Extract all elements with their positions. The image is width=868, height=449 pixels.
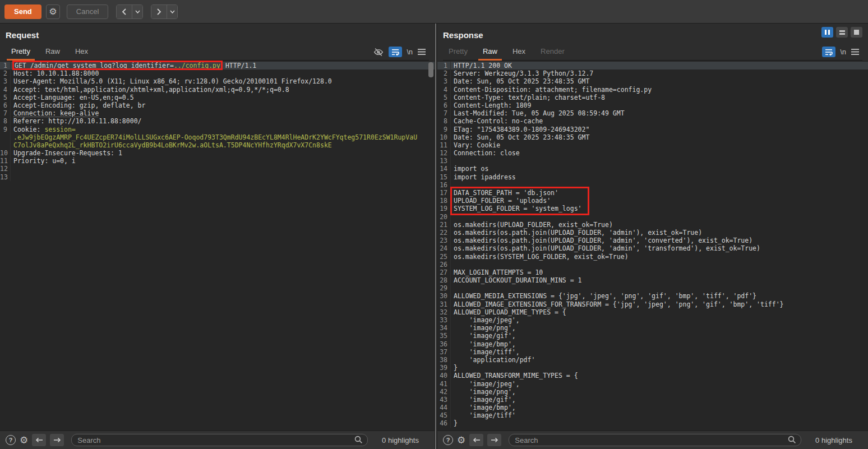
help-icon[interactable]: ? <box>6 435 16 445</box>
code-line[interactable]: 16 <box>437 181 868 189</box>
code-line[interactable]: 35 'image/gif', <box>437 332 868 340</box>
newline-icon[interactable]: \n <box>841 48 846 56</box>
code-line[interactable]: C7olJv8aPeQxhq2L_rkHBTO2irU6ccaVydB9b4Lo… <box>0 141 435 149</box>
code-line[interactable]: 8Referer: http://10.10.11.88:8000/ <box>0 117 435 125</box>
code-line[interactable]: 20 <box>437 213 868 221</box>
code-line[interactable]: 3Date: Sun, 05 Oct 2025 23:48:35 GMT <box>437 77 868 85</box>
code-line[interactable]: 43 'image/gif', <box>437 396 868 404</box>
code-line[interactable]: 37 'image/tiff', <box>437 348 868 356</box>
history-forward-dropdown[interactable] <box>167 5 177 18</box>
code-line[interactable]: 4Content-Disposition: attachment; filena… <box>437 86 868 94</box>
request-search-input[interactable] <box>71 434 368 446</box>
code-line[interactable]: 7Connection: keep-alive <box>0 109 435 117</box>
code-line[interactable]: .eJw9jbEOgzAMRP_Fc4UEZcpER74iMolLLSUGxc6… <box>0 133 435 141</box>
response-tab-render[interactable]: Render <box>536 44 569 61</box>
code-line[interactable]: 3User-Agent: Mozilla/5.0 (X11; Linux x86… <box>0 77 435 85</box>
code-line[interactable]: 1GET /admin/get_system_log?log_identifie… <box>0 62 435 70</box>
code-line[interactable]: 40ALLOWED_TRANSFORM_MIME_TYPES = { <box>437 372 868 379</box>
magnifier-icon[interactable] <box>354 436 363 444</box>
code-line[interactable]: 12Connection: close <box>437 149 868 157</box>
code-line[interactable]: 31ALLOWED_IMAGE_EXTENSIONS_FOR_TRANSFORM… <box>437 300 868 308</box>
request-tab-hex[interactable]: Hex <box>71 44 93 61</box>
columns-layout-button[interactable] <box>821 27 833 38</box>
word-wrap-icon[interactable] <box>389 47 402 57</box>
magnifier-icon[interactable] <box>788 436 796 444</box>
search-prev-button[interactable] <box>469 434 483 446</box>
code-line[interactable]: 6Content-Length: 1809 <box>437 101 868 109</box>
code-line[interactable]: 39} <box>437 364 868 372</box>
code-line[interactable]: 10Date: Sun, 05 Oct 2025 23:48:35 GMT <box>437 133 868 141</box>
code-line[interactable]: 44 'image/bmp', <box>437 404 868 411</box>
search-next-button[interactable] <box>487 434 501 446</box>
code-line[interactable]: 42 'image/png', <box>437 388 868 396</box>
code-line[interactable]: 19SYSTEM_LOG_FOLDER = 'system_logs' <box>437 205 868 212</box>
menu-icon[interactable] <box>851 49 859 55</box>
code-line[interactable]: 27MAX_LOGIN_ATTEMPTS = 10 <box>437 269 868 276</box>
code-line[interactable]: 24os.makedirs(os.path.join(UPLOAD_FOLDER… <box>437 244 868 252</box>
code-line[interactable]: 2Server: Werkzeug/3.1.3 Python/3.12.7 <box>437 70 868 77</box>
response-tab-hex[interactable]: Hex <box>508 44 530 61</box>
request-editor[interactable]: 1GET /admin/get_system_log?log_identifie… <box>0 61 435 431</box>
code-line[interactable]: 5Content-Type: text/plain; charset=utf-8 <box>437 94 868 101</box>
search-settings-gear-icon[interactable]: ⚙ <box>20 436 28 445</box>
code-line[interactable]: 11Priority: u=0, i <box>0 157 435 165</box>
code-line[interactable]: 1HTTP/1.1 200 OK <box>437 62 868 70</box>
code-line[interactable]: 15import ipaddress <box>437 173 868 181</box>
code-line[interactable]: 30ALLOWED_MEDIA_EXTENSIONS = {'jpg', 'jp… <box>437 292 868 300</box>
code-line[interactable]: 33 'image/jpeg', <box>437 316 868 324</box>
code-line[interactable]: 45 'image/tiff' <box>437 411 868 419</box>
code-line[interactable]: 13 <box>0 173 435 181</box>
history-back-button[interactable] <box>117 5 132 18</box>
code-line[interactable]: 21os.makedirs(UPLOAD_FOLDER, exist_ok=Tr… <box>437 221 868 229</box>
code-line[interactable]: 29 <box>437 284 868 292</box>
code-line[interactable]: 28ACCOUNT_LOCKOUT_DURATION_MINS = 1 <box>437 276 868 284</box>
code-line[interactable]: 38 'application/pdf' <box>437 356 868 364</box>
code-line[interactable]: 14import os <box>437 165 868 173</box>
cancel-button[interactable]: Cancel <box>67 4 108 19</box>
code-line[interactable]: 12 <box>0 165 435 173</box>
request-scrollbar-thumb[interactable] <box>428 62 433 77</box>
code-line[interactable]: 41 'image/jpeg', <box>437 380 868 388</box>
code-line[interactable]: 17DATA_STORE_PATH = 'db.json' <box>437 189 868 197</box>
request-tab-pretty[interactable]: Pretty <box>7 44 35 61</box>
menu-icon[interactable] <box>418 49 426 55</box>
code-line[interactable]: 4Accept: text/html,application/xhtml+xml… <box>0 86 435 94</box>
code-line[interactable]: 7Last-Modified: Tue, 05 Aug 2025 08:59:4… <box>437 109 868 117</box>
code-line[interactable]: 10Upgrade-Insecure-Requests: 1 <box>0 149 435 157</box>
response-tab-raw[interactable]: Raw <box>478 44 502 61</box>
code-line[interactable]: 34 'image/png', <box>437 324 868 332</box>
newline-icon[interactable]: \n <box>407 48 413 56</box>
code-line[interactable]: 18UPLOAD_FOLDER = 'uploads' <box>437 197 868 205</box>
code-line[interactable]: 46} <box>437 419 868 427</box>
code-line[interactable]: 6Accept-Encoding: gzip, deflate, br <box>0 101 435 109</box>
code-line[interactable]: 25os.makedirs(SYSTEM_LOG_FOLDER, exist_o… <box>437 253 868 261</box>
code-line[interactable]: 2Host: 10.10.11.88:8000 <box>0 70 435 77</box>
search-prev-button[interactable] <box>32 434 46 446</box>
code-line[interactable]: 36 'image/bmp', <box>437 340 868 348</box>
code-line[interactable]: 9ETag: "1754384389.0-1809-246943202" <box>437 126 868 133</box>
help-icon[interactable]: ? <box>443 435 453 445</box>
code-line[interactable]: 5Accept-Language: en-US,en;q=0.5 <box>0 94 435 101</box>
code-line[interactable]: 13 <box>437 157 868 165</box>
response-search-input[interactable] <box>509 434 801 446</box>
code-line[interactable]: 23os.makedirs(os.path.join(UPLOAD_FOLDER… <box>437 237 868 244</box>
history-forward-button[interactable] <box>151 5 167 18</box>
code-line[interactable]: 8Cache-Control: no-cache <box>437 117 868 125</box>
search-next-button[interactable] <box>50 434 64 446</box>
search-settings-gear-icon[interactable]: ⚙ <box>457 436 465 445</box>
send-button[interactable]: Send <box>4 4 41 19</box>
single-layout-button[interactable] <box>851 27 862 38</box>
response-tab-pretty[interactable]: Pretty <box>444 44 472 61</box>
send-settings-button[interactable]: ⚙ <box>46 4 60 19</box>
response-editor[interactable]: 1HTTP/1.1 200 OK2Server: Werkzeug/3.1.3 … <box>437 61 868 431</box>
rows-layout-button[interactable] <box>836 27 848 38</box>
code-line[interactable]: 22os.makedirs(os.path.join(UPLOAD_FOLDER… <box>437 229 868 237</box>
code-line[interactable]: 32ALLOWED_UPLOAD_MIME_TYPES = { <box>437 308 868 316</box>
eye-off-icon[interactable] <box>373 48 384 57</box>
history-back-dropdown[interactable] <box>132 5 142 18</box>
request-tab-raw[interactable]: Raw <box>41 44 64 61</box>
code-line[interactable]: 9Cookie: session= <box>0 126 435 133</box>
code-line[interactable]: 11Vary: Cookie <box>437 141 868 149</box>
code-line[interactable]: 26 <box>437 261 868 269</box>
word-wrap-icon[interactable] <box>822 47 835 57</box>
